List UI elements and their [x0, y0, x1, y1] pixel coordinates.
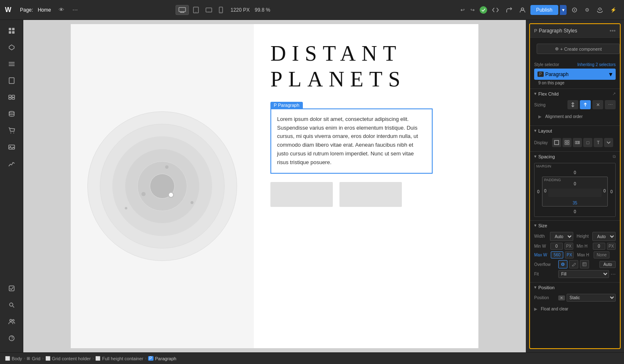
desktop-view-button[interactable]	[176, 5, 189, 15]
sizing-btn-2[interactable]	[580, 100, 591, 109]
position-header[interactable]: ▾ Position	[530, 283, 620, 292]
sidebar-item-cms[interactable]	[4, 106, 19, 121]
min-h-unit[interactable]: PX	[607, 243, 616, 250]
tablet-view-button[interactable]	[191, 5, 201, 15]
flex-child-header[interactable]: ▾ Flex Child ↗	[530, 89, 620, 98]
user-icon-button[interactable]	[517, 5, 528, 15]
mid-view-button[interactable]	[203, 5, 215, 15]
more-options-button[interactable]: ⋯	[70, 5, 80, 15]
spacing-copy-icon[interactable]: ⧉	[613, 154, 616, 159]
display-flex-btn[interactable]	[573, 138, 582, 147]
selected-paragraph-wrapper[interactable]: P Paragraph Lorem ipsum dolor sit amet, …	[270, 101, 462, 174]
display-text-btn[interactable]: T	[594, 138, 603, 147]
svg-rect-16	[9, 31, 11, 34]
overflow-clip-btn[interactable]	[580, 260, 589, 268]
margin-bottom-value[interactable]: 0	[574, 209, 576, 214]
code-view-button[interactable]	[490, 6, 501, 14]
sizing-btn-1[interactable]	[567, 100, 578, 109]
redo-button[interactable]: ↪	[468, 5, 477, 15]
sizing-btn-more[interactable]: ⋯	[605, 100, 616, 109]
sidebar-item-users[interactable]	[4, 314, 19, 329]
padding-bottom-value[interactable]: 35	[572, 201, 577, 205]
min-w-unit[interactable]: PX	[565, 243, 573, 250]
svg-rect-45	[575, 141, 577, 144]
external-link-icon[interactable]: ↗	[612, 91, 616, 96]
undo-button[interactable]: ↩	[458, 5, 467, 15]
display-more-btn[interactable]	[604, 138, 613, 147]
sizing-btn-x[interactable]: ✕	[592, 100, 603, 109]
position-dropdown[interactable]: StaticRelativeAbsoluteFixedSticky	[567, 294, 616, 302]
height-dropdown[interactable]: AutoPX%	[592, 232, 616, 241]
layout-content: Display □ T	[530, 135, 620, 151]
float-clear-row[interactable]: ▶ Float and clear	[530, 305, 620, 313]
max-w-unit[interactable]: PX	[565, 251, 574, 258]
min-h-input[interactable]	[593, 243, 605, 250]
sidebar-item-assets[interactable]	[4, 90, 19, 105]
position-x-badge: ✕	[558, 295, 565, 300]
min-h-label: Min H	[577, 244, 591, 248]
selector-dropdown[interactable]: P Paragraph ▾	[534, 69, 616, 80]
breadcrumb-item-grid[interactable]: ⊞ Grid	[27, 356, 40, 361]
breadcrumb-item-full-height-container[interactable]: ⬜ Full height container	[95, 356, 143, 361]
eye-icon[interactable]: 👁	[56, 5, 67, 15]
display-block-btn[interactable]	[552, 138, 561, 147]
canvas-area: DISTANT PLANETS P Paragraph Lorem ipsum …	[23, 20, 526, 352]
create-component-button[interactable]: ⊕ + Create component	[537, 44, 620, 54]
sidebar-item-media[interactable]	[4, 140, 19, 155]
image-placeholders	[270, 182, 462, 207]
breadcrumb-item-paragraph[interactable]: P Paragraph	[148, 356, 176, 361]
layout-header[interactable]: ▾ Layout	[530, 126, 620, 135]
mobile-view-button[interactable]	[216, 5, 225, 15]
sidebar-item-pages[interactable]	[4, 73, 19, 88]
sidebar-item-navigator[interactable]	[4, 57, 19, 71]
sidebar-item-help[interactable]: ?	[4, 331, 19, 346]
alignment-order-row[interactable]: ▶ Alignment and order	[534, 111, 616, 122]
paragraph-content[interactable]: Lorem ipsum dolor sit amet, consectetur …	[270, 108, 433, 174]
svg-rect-15	[12, 28, 15, 30]
style-panel-button[interactable]	[569, 5, 580, 15]
overflow-auto-value[interactable]: Auto	[599, 261, 616, 268]
margin-top-value[interactable]: 0	[574, 170, 576, 175]
svg-point-12	[574, 9, 575, 10]
paragraph-p-badge: P	[148, 356, 154, 361]
margin-left-value[interactable]: 0	[537, 189, 540, 194]
fit-more-icon[interactable]: ⋯	[611, 271, 616, 277]
panel-more-button[interactable]: •••	[609, 27, 616, 34]
svg-point-26	[9, 111, 14, 113]
display-none-btn[interactable]: □	[583, 138, 592, 147]
size-content: Width AutoPX% Height AutoPX% Min W PX	[530, 230, 620, 282]
padding-right-value[interactable]: 0	[603, 189, 606, 197]
publish-dropdown-button[interactable]: ▾	[560, 5, 567, 15]
settings-button[interactable]: ⚙	[582, 5, 592, 15]
width-dropdown[interactable]: AutoPX%	[550, 232, 573, 241]
paragraph-label: P Paragraph	[270, 102, 303, 108]
svg-rect-46	[577, 141, 578, 144]
size-header[interactable]: ▾ Size	[530, 221, 620, 230]
svg-rect-21	[9, 78, 14, 84]
padding-left-value[interactable]: 0	[544, 189, 547, 197]
sidebar-item-tasks[interactable]	[4, 281, 19, 296]
max-w-input[interactable]	[551, 251, 563, 258]
panel-scroll[interactable]: ⊕ + Create component Style selector Inhe…	[530, 38, 620, 348]
min-w-input[interactable]	[550, 243, 563, 250]
overflow-visible-btn[interactable]	[558, 260, 567, 268]
overflow-edit-btn[interactable]	[569, 260, 578, 268]
margin-right-value[interactable]: 0	[610, 189, 613, 194]
sidebar-item-components[interactable]	[4, 40, 19, 55]
share-button[interactable]	[504, 5, 515, 15]
breadcrumb-item-grid-content-holder[interactable]: ⬜ Grid content holder	[45, 356, 91, 361]
sidebar-item-analytics[interactable]	[4, 156, 19, 171]
position-section: ▾ Position Position ✕ StaticRelativeAbso…	[530, 283, 620, 313]
padding-top-value[interactable]: 0	[574, 182, 576, 186]
spacing-header[interactable]: ▾ Spacing ⧉	[530, 152, 620, 161]
breadcrumb-item-body[interactable]: ⬜ Body	[5, 356, 22, 361]
interactions-button[interactable]	[594, 5, 605, 15]
sidebar-item-ecommerce[interactable]	[4, 123, 19, 138]
display-grid-btn[interactable]	[562, 138, 572, 147]
fit-dropdown[interactable]: FillFitCoverNone	[558, 270, 609, 278]
sidebar-item-search[interactable]	[4, 298, 19, 312]
max-h-value[interactable]: None	[594, 251, 609, 258]
lightning-button[interactable]: ⚡	[608, 5, 619, 15]
sidebar-item-add[interactable]	[4, 23, 19, 38]
publish-button[interactable]: Publish	[530, 5, 558, 15]
